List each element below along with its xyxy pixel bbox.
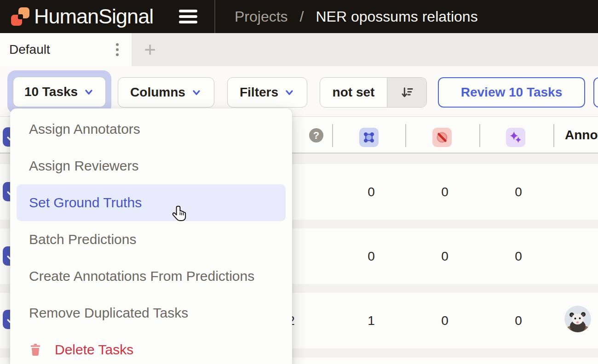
plus-icon: + (144, 38, 156, 61)
next-action-button-partial[interactable] (593, 77, 598, 108)
menu-item-batch-predictions[interactable]: Batch Predictions (10, 221, 292, 258)
columns-button-label: Columns (130, 85, 185, 100)
add-tab-button[interactable]: + (138, 33, 162, 66)
help-icon[interactable]: ? (309, 128, 323, 142)
filters-dropdown-button[interactable]: Filters (227, 77, 307, 108)
ordering-value-button[interactable]: not set (320, 78, 387, 107)
filters-button-label: Filters (240, 85, 278, 100)
menu-item-create-annotations-from-predictions[interactable]: Create Annotations From Predictions (10, 258, 292, 295)
breadcrumb-projects-link[interactable]: Projects (235, 8, 288, 25)
cell-cancelled: 0 (426, 164, 463, 220)
topbar-divider (214, 0, 215, 33)
column-annotations[interactable] (359, 128, 379, 147)
cell-cancelled: 0 (426, 228, 463, 284)
cell-predictions: 0 (500, 164, 537, 220)
column-divider (332, 124, 333, 147)
menu-item-assign-annotators[interactable]: Assign Annotators (10, 111, 292, 148)
tasks-button-focus-ring: 10 Tasks (7, 70, 111, 114)
review-button-label: Review 10 Tasks (461, 85, 563, 100)
cell-cancelled: 0 (426, 293, 463, 348)
tab-strip: Default + (0, 33, 598, 66)
chevron-down-icon (191, 87, 202, 98)
chevron-down-icon (83, 86, 94, 97)
column-divider (405, 124, 406, 147)
ordering-value-label: not set (333, 85, 375, 100)
tab-default-label: Default (9, 42, 50, 57)
tab-default[interactable]: Default (0, 33, 132, 66)
cell-annotations: 0 (353, 228, 390, 284)
sort-direction-button[interactable] (387, 78, 426, 107)
annotator-avatar-opossum[interactable] (564, 306, 591, 332)
sort-descending-icon (400, 85, 414, 99)
breadcrumb: Projects / NER opossums relations (235, 0, 478, 33)
cell-predictions: 0 (500, 293, 537, 348)
column-divider (479, 124, 480, 147)
humansignal-logo[interactable]: HumanSignal (11, 0, 153, 33)
menu-item-set-ground-truths[interactable]: Set Ground Truths (17, 184, 286, 221)
hamburger-menu-icon[interactable] (179, 0, 199, 33)
cell-annotations: 1 (353, 293, 390, 348)
column-predictions[interactable] (506, 128, 525, 147)
cell-annotations: 0 (353, 164, 390, 220)
review-tasks-button[interactable]: Review 10 Tasks (438, 77, 585, 108)
column-cancelled[interactable] (432, 128, 452, 147)
tasks-dropdown-button[interactable]: 10 Tasks (13, 77, 106, 107)
menu-item-assign-reviewers[interactable]: Assign Reviewers (10, 148, 292, 184)
humansignal-logo-icon (11, 7, 29, 26)
column-annotators-label[interactable]: Annot (565, 128, 598, 142)
breadcrumb-project-name: NER opossums relations (316, 8, 477, 25)
chevron-down-icon (284, 87, 295, 98)
opossum-photo (564, 306, 591, 332)
annotations-icon (362, 131, 376, 144)
menu-item-delete-tasks[interactable]: Delete Tasks (10, 331, 292, 364)
logo-notch (18, 14, 23, 19)
trash-icon (29, 343, 42, 357)
top-bar: HumanSignal Projects / NER opossums rela… (0, 0, 598, 33)
tasks-button-label: 10 Tasks (24, 85, 78, 99)
tasks-actions-menu: Assign Annotators Assign Reviewers Set G… (10, 108, 292, 364)
ordering-control: not set (320, 77, 427, 108)
data-manager-screen: HumanSignal Projects / NER opossums rela… (0, 0, 598, 364)
predictions-sparkles-icon (509, 131, 523, 144)
column-divider (553, 124, 554, 147)
columns-dropdown-button[interactable]: Columns (118, 77, 214, 108)
cancelled-annotations-icon (435, 130, 449, 145)
cell-predictions: 0 (500, 228, 537, 284)
tab-options-kebab-icon[interactable] (113, 33, 122, 66)
brand-name: HumanSignal (34, 5, 153, 28)
menu-item-remove-duplicated-tasks[interactable]: Remove Duplicated Tasks (10, 295, 292, 331)
breadcrumb-separator: / (300, 8, 304, 25)
